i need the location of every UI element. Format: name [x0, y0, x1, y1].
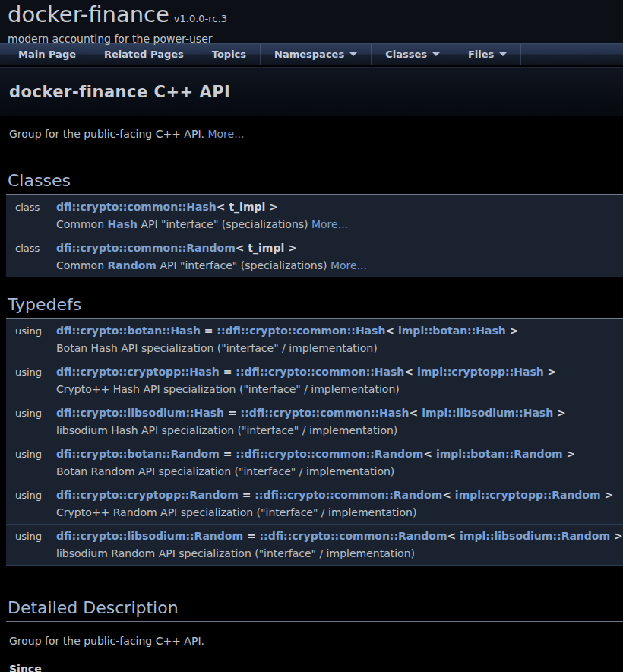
member-text: Common — [56, 218, 108, 230]
member-signature: dfi::crypto::cryptopp::Random = ::dfi::c… — [56, 487, 623, 503]
nav-item-namespaces[interactable]: Namespaces — [261, 44, 372, 65]
member-text: < — [423, 448, 436, 460]
member-text: Crypto++ Hash API specialization ("inter… — [56, 383, 400, 395]
member-text: < — [385, 325, 398, 337]
member-description: Botan Random API specialization ("interf… — [56, 462, 623, 480]
member-text: > — [610, 530, 623, 542]
project-name-text: docker-finance — [8, 2, 169, 27]
member-link[interactable]: Hash — [108, 218, 138, 230]
contents: Group for the public-facing C++ API. Mor… — [0, 116, 623, 672]
member-signature: dfi::crypto::botan::Random = ::dfi::cryp… — [56, 446, 623, 462]
member-text: = — [220, 366, 236, 378]
member-kind: using — [6, 323, 56, 339]
detailed-description-text: Group for the public-facing C++ API. — [6, 635, 623, 647]
member-text: > — [544, 366, 557, 378]
member-link[interactable]: dfi::crypto::cryptopp::Hash — [56, 366, 220, 378]
nav-item-main-page[interactable]: Main Page — [0, 44, 90, 65]
member-text: < t_impl > — [236, 242, 297, 254]
since-label: Since — [9, 663, 623, 672]
member-text: libsodium Hash API specialization ("inte… — [56, 424, 397, 436]
typedefs-table: usingdfi::crypto::botan::Hash = ::dfi::c… — [6, 319, 623, 566]
project-name: docker-financev1.0.0-rc.3 — [8, 2, 623, 32]
since-block: Since docker-finance 1.0.0 — [6, 663, 623, 672]
member-link[interactable]: impl::cryptopp::Random — [455, 489, 601, 501]
member-description: Common Random API "interface" (specializ… — [56, 256, 623, 274]
member-text: = — [201, 325, 217, 337]
member-link[interactable]: dfi::crypto::libsodium::Hash — [56, 407, 224, 419]
page-title: docker-finance C++ API — [9, 83, 614, 101]
nav-item-label: Files — [468, 49, 494, 60]
member-kind: using — [6, 405, 56, 421]
member-description: Crypto++ Hash API specialization ("inter… — [56, 380, 623, 398]
member-text: Botan Hash API specialization ("interfac… — [56, 342, 378, 354]
member-link[interactable]: dfi::crypto::libsodium::Random — [56, 530, 243, 542]
nav-item-label: Namespaces — [274, 49, 344, 60]
member-text: < — [404, 366, 417, 378]
member-signature: dfi::crypto::cryptopp::Hash = ::dfi::cry… — [56, 364, 623, 380]
member-signature: dfi::crypto::libsodium::Hash = ::dfi::cr… — [56, 405, 623, 421]
member-link[interactable]: ::dfi::crypto::common::Random — [236, 448, 423, 460]
member-kind: class — [6, 240, 56, 256]
project-version: v1.0.0-rc.3 — [174, 13, 227, 24]
member-description: Crypto++ Random API specialization ("int… — [56, 503, 623, 521]
member-link[interactable]: impl::libsodium::Random — [460, 530, 610, 542]
member-link[interactable]: impl::cryptopp::Hash — [417, 366, 544, 378]
member-description: Botan Hash API specialization ("interfac… — [56, 339, 623, 357]
member-text: = — [239, 489, 255, 501]
member-link[interactable]: ::dfi::crypto::common::Random — [260, 530, 447, 542]
member-link[interactable]: ::dfi::crypto::common::Random — [255, 489, 442, 501]
member-text: Botan Random API specialization ("interf… — [56, 465, 394, 477]
title-area: docker-financev1.0.0-rc.3 modern account… — [0, 0, 623, 43]
chevron-down-icon — [432, 52, 440, 56]
member-text: = — [220, 448, 236, 460]
nav-item-label: Related Pages — [104, 49, 184, 60]
member-link[interactable]: dfi::crypto::botan::Random — [56, 448, 220, 460]
member-link[interactable]: ::dfi::crypto::common::Hash — [217, 325, 385, 337]
more-link[interactable]: More... — [330, 259, 367, 271]
member-link[interactable]: ::dfi::crypto::common::Hash — [241, 407, 410, 419]
nav-item-files[interactable]: Files — [454, 44, 521, 65]
member-link[interactable]: dfi::crypto::cryptopp::Random — [56, 489, 239, 501]
member-link[interactable]: impl::botan::Hash — [398, 325, 506, 337]
member-description: Common Hash API "interface" (specializat… — [56, 215, 623, 233]
member-signature: dfi::crypto::common::Random< t_impl > — [56, 240, 623, 256]
member-kind: class — [6, 199, 56, 215]
member-link[interactable]: dfi::crypto::botan::Hash — [56, 325, 201, 337]
classes-heading: Classes — [6, 171, 623, 195]
member-kind: using — [6, 364, 56, 380]
nav-item-label: Topics — [212, 49, 246, 60]
class-row: classdfi::crypto::common::Random< t_impl… — [6, 236, 623, 277]
member-signature: dfi::crypto::botan::Hash = ::dfi::crypto… — [56, 323, 623, 339]
member-link[interactable]: Random — [108, 259, 157, 271]
member-link[interactable]: dfi::crypto::common::Hash — [56, 201, 217, 213]
member-link[interactable]: ::dfi::crypto::common::Hash — [236, 366, 404, 378]
chevron-down-icon — [499, 52, 507, 56]
typedef-row: usingdfi::crypto::libsodium::Hash = ::df… — [6, 401, 623, 442]
member-text: < — [442, 489, 455, 501]
member-text: > — [601, 489, 614, 501]
chevron-down-icon — [349, 52, 357, 56]
intro-text: Group for the public-facing C++ API. Mor… — [6, 127, 623, 141]
nav-item-topics[interactable]: Topics — [198, 44, 261, 65]
page-header: docker-finance C++ API — [0, 67, 623, 116]
member-text: Crypto++ Random API specialization ("int… — [56, 506, 416, 518]
typedef-row: usingdfi::crypto::cryptopp::Hash = ::dfi… — [6, 360, 623, 401]
member-text: < — [410, 407, 422, 419]
nav-item-related-pages[interactable]: Related Pages — [90, 44, 198, 65]
nav-item-classes[interactable]: Classes — [372, 44, 454, 65]
typedef-row: usingdfi::crypto::botan::Hash = ::dfi::c… — [6, 319, 623, 360]
main-nav: Main PageRelated PagesTopicsNamespacesCl… — [0, 43, 623, 65]
more-link[interactable]: More... — [312, 218, 348, 230]
main-nav-list: Main PageRelated PagesTopicsNamespacesCl… — [0, 44, 623, 65]
member-link[interactable]: dfi::crypto::common::Random — [56, 242, 236, 254]
member-signature: dfi::crypto::libsodium::Random = ::dfi::… — [56, 528, 623, 544]
member-kind: using — [6, 446, 56, 462]
member-link[interactable]: impl::botan::Random — [436, 448, 563, 460]
intro-more-link[interactable]: More... — [207, 128, 244, 140]
member-text: API "interface" (specializations) — [157, 259, 330, 271]
member-signature: dfi::crypto::common::Hash< t_impl > — [56, 199, 623, 215]
member-text: < t_impl > — [217, 201, 278, 213]
nav-item-label: Classes — [385, 49, 427, 60]
member-link[interactable]: impl::libsodium::Hash — [422, 407, 553, 419]
typedefs-heading: Typedefs — [6, 295, 623, 319]
